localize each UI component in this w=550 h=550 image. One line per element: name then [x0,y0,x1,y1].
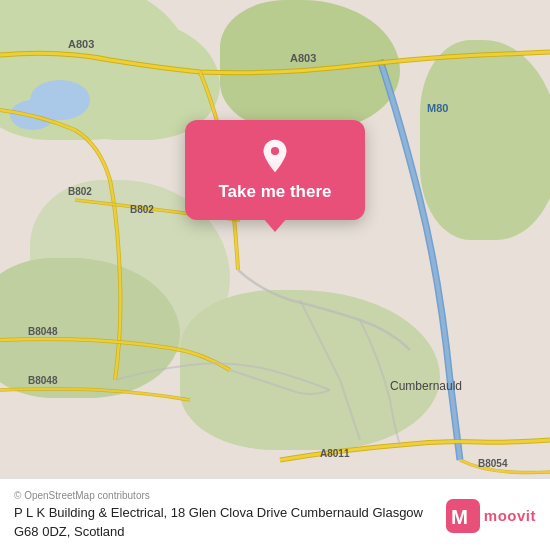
svg-text:A803: A803 [290,52,316,64]
svg-text:A8011: A8011 [320,448,350,459]
popup-label: Take me there [218,182,331,202]
roads-layer: A803 A803 B802 B802 B8048 B8048 M80 A801… [0,0,550,478]
svg-point-11 [271,147,279,155]
svg-text:M: M [451,506,468,528]
navigation-popup[interactable]: Take me there [185,120,365,220]
info-text-block: © OpenStreetMap contributors P L K Build… [14,490,436,540]
moovit-logo: M moovit [446,499,536,533]
map-area[interactable]: A803 A803 B802 B802 B8048 B8048 M80 A801… [0,0,550,478]
svg-text:B8054: B8054 [478,458,508,469]
moovit-icon: M [446,499,480,533]
svg-text:Cumbernauld: Cumbernauld [390,379,462,393]
location-pin-icon [257,138,293,174]
info-bar: © OpenStreetMap contributors P L K Build… [0,478,550,550]
svg-text:B8048: B8048 [28,375,58,386]
moovit-text-label: moovit [484,507,536,524]
osm-credit: © OpenStreetMap contributors [14,490,436,501]
app-container: A803 A803 B802 B802 B8048 B8048 M80 A801… [0,0,550,550]
svg-text:A803: A803 [68,38,94,50]
svg-text:B802: B802 [130,204,154,215]
svg-text:M80: M80 [427,102,448,114]
address-line: P L K Building & Electrical, 18 Glen Clo… [14,504,436,540]
svg-text:B802: B802 [68,186,92,197]
svg-text:B8048: B8048 [28,326,58,337]
